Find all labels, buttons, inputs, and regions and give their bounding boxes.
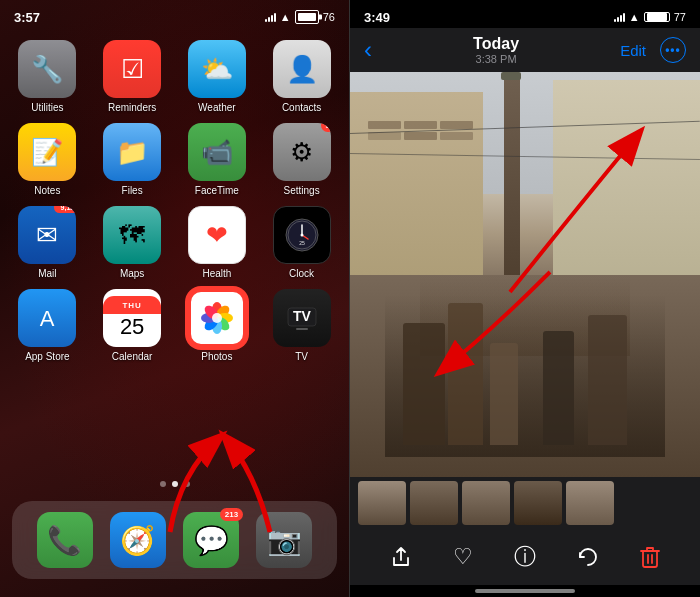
svg-text:A: A [40, 306, 55, 331]
app-contacts[interactable]: 👤 Contacts [264, 40, 339, 113]
app-appstore[interactable]: A App Store [10, 289, 85, 362]
app-utilities[interactable]: 🔧 Utilities [10, 40, 85, 113]
health-icon: ❤ [188, 206, 246, 264]
right-battery-percentage: 77 [674, 11, 686, 23]
appstore-icon: A [18, 289, 76, 347]
dock-messages[interactable]: 💬 213 [183, 512, 239, 568]
notes-label: Notes [34, 185, 60, 196]
mail-badge: 9,128 [54, 206, 76, 213]
left-phone: 3:57 ▲ 76 🔧 Utilities [0, 0, 350, 597]
settings-badge: 3 [321, 123, 331, 132]
more-button[interactable]: ••• [660, 37, 686, 63]
back-button[interactable]: ‹ [364, 38, 372, 62]
reminders-icon: ☑ [103, 40, 161, 98]
mail-label: Mail [38, 268, 56, 279]
dock-phone-icon: 📞 [37, 512, 93, 568]
page-dot-2[interactable] [172, 481, 178, 487]
street-photo [350, 72, 700, 477]
share-button[interactable] [390, 546, 412, 568]
right-wifi-icon: ▲ [629, 11, 640, 23]
battery-percentage: 76 [323, 11, 335, 23]
tv-icon: TV [273, 289, 331, 347]
battery-icon [295, 10, 319, 24]
thumbnail-1[interactable] [358, 481, 406, 525]
photo-arrows [350, 72, 700, 477]
right-phone: 3:49 ▲ 77 ‹ Today 3:38 PM Edit ••• [350, 0, 700, 597]
contacts-label: Contacts [282, 102, 321, 113]
app-health[interactable]: ❤ Health [180, 206, 255, 279]
page-dots [0, 481, 349, 487]
thumbnail-3[interactable] [462, 481, 510, 525]
photo-header: ‹ Today 3:38 PM Edit ••• [350, 28, 700, 72]
dock-safari[interactable]: 🧭 [110, 512, 166, 568]
facetime-icon: 📹 [188, 123, 246, 181]
utilities-label: Utilities [31, 102, 63, 113]
weather-icon: ⛅ [188, 40, 246, 98]
heart-button[interactable]: ♡ [453, 544, 473, 570]
app-files[interactable]: 📁 Files [95, 123, 170, 196]
app-facetime[interactable]: 📹 FaceTime [180, 123, 255, 196]
trash-button[interactable] [640, 546, 660, 568]
svg-rect-18 [296, 328, 308, 330]
reminders-label: Reminders [108, 102, 156, 113]
thumbnail-strip [350, 477, 700, 529]
page-dot-1[interactable] [160, 481, 166, 487]
thumbnail-2[interactable] [410, 481, 458, 525]
calendar-icon: THU 25 [103, 289, 161, 347]
left-status-time: 3:57 [14, 10, 40, 25]
wifi-icon: ▲ [280, 11, 291, 23]
app-reminders[interactable]: ☑ Reminders [95, 40, 170, 113]
left-status-bar: 3:57 ▲ 76 [0, 0, 349, 28]
clock-label: Clock [289, 268, 314, 279]
signal-icon [265, 12, 276, 22]
edit-button[interactable]: Edit [620, 42, 646, 59]
dock-camera-icon: 📷 [256, 512, 312, 568]
app-grid: 🔧 Utilities ☑ Reminders ⛅ Weather 👤 Cont… [10, 40, 339, 362]
photos-label: Photos [201, 351, 232, 362]
app-photos[interactable]: Photos [180, 289, 255, 362]
thumbnail-4[interactable] [514, 481, 562, 525]
app-tv[interactable]: TV TV [264, 289, 339, 362]
app-weather[interactable]: ⛅ Weather [180, 40, 255, 113]
calendar-label: Calendar [112, 351, 153, 362]
contacts-icon: 👤 [273, 40, 331, 98]
right-status-icons: ▲ 77 [614, 11, 686, 23]
info-button[interactable]: ⓘ [514, 542, 536, 572]
dock-phone[interactable]: 📞 [37, 512, 93, 568]
header-title: Today [473, 35, 519, 53]
settings-label: Settings [284, 185, 320, 196]
files-label: Files [122, 185, 143, 196]
svg-point-15 [212, 313, 222, 323]
page-dot-3[interactable] [184, 481, 190, 487]
home-indicator [475, 589, 575, 593]
app-mail[interactable]: ✉ 9,128 Mail [10, 206, 85, 279]
dock: 📞 🧭 💬 213 📷 [12, 501, 337, 579]
files-icon: 📁 [103, 123, 161, 181]
thumbnail-5[interactable] [566, 481, 614, 525]
photos-icon [188, 289, 246, 347]
bottom-toolbar: ♡ ⓘ [350, 529, 700, 585]
settings-icon: ⚙ 3 [273, 123, 331, 181]
right-status-bar: 3:49 ▲ 77 [350, 0, 700, 28]
app-settings[interactable]: ⚙ 3 Settings [264, 123, 339, 196]
right-status-time: 3:49 [364, 10, 390, 25]
health-label: Health [202, 268, 231, 279]
dock-camera[interactable]: 📷 [256, 512, 312, 568]
photo-area [350, 72, 700, 477]
app-clock[interactable]: 25 Clock [264, 206, 339, 279]
maps-icon: 🗺 [103, 206, 161, 264]
header-subtitle: 3:38 PM [473, 53, 519, 65]
app-notes[interactable]: 📝 Notes [10, 123, 85, 196]
appstore-label: App Store [25, 351, 69, 362]
rotate-button[interactable] [577, 546, 599, 568]
app-maps[interactable]: 🗺 Maps [95, 206, 170, 279]
clock-icon: 25 [273, 206, 331, 264]
mail-icon: ✉ 9,128 [18, 206, 76, 264]
dock-safari-icon: 🧭 [110, 512, 166, 568]
notes-icon: 📝 [18, 123, 76, 181]
right-battery-icon [644, 12, 670, 22]
app-calendar[interactable]: THU 25 Calendar [95, 289, 170, 362]
svg-text:25: 25 [299, 240, 305, 246]
left-status-icons: ▲ 76 [265, 10, 335, 24]
header-actions: Edit ••• [620, 37, 686, 63]
